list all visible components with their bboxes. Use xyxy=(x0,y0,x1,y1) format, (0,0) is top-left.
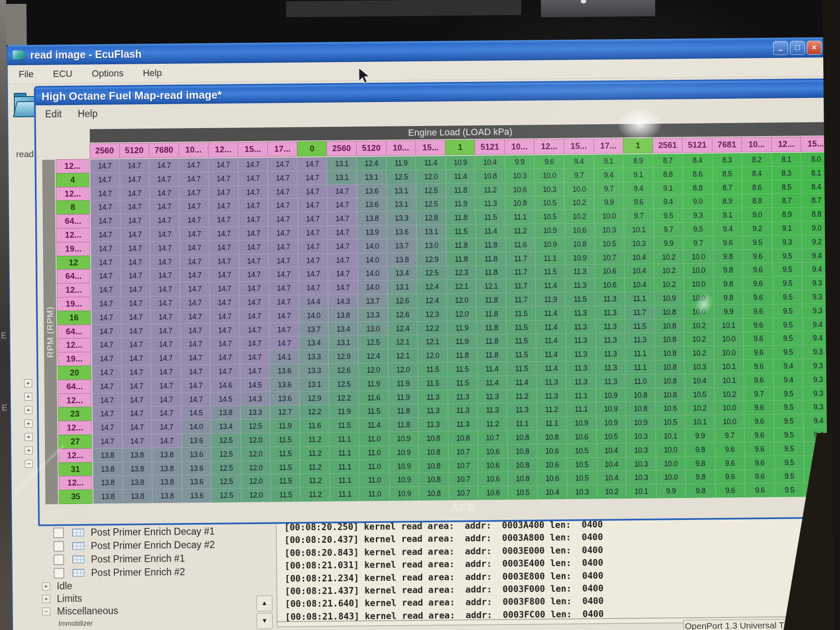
map-cell[interactable]: 10.8 xyxy=(654,305,684,319)
map-cell[interactable]: 14.7 xyxy=(90,186,120,200)
map-cell[interactable]: 11.2 xyxy=(301,488,331,501)
map-cell[interactable]: 10.8 xyxy=(537,430,567,444)
map-cell[interactable]: 12.0 xyxy=(418,349,448,363)
map-cell[interactable]: 10.7 xyxy=(449,486,479,500)
map-cell[interactable]: 8.4 xyxy=(742,167,772,181)
map-cell[interactable]: 10.3 xyxy=(626,457,656,471)
map-cell[interactable]: 14.7 xyxy=(121,228,150,242)
row-header[interactable]: 12... xyxy=(57,338,91,353)
map-cell[interactable]: 12.5 xyxy=(212,461,242,475)
map-cell[interactable]: 9.1 xyxy=(624,168,654,181)
map-cell[interactable]: 13.6 xyxy=(270,364,299,378)
map-cell[interactable]: 14.0 xyxy=(358,267,388,281)
map-cell[interactable]: 11.1 xyxy=(625,361,655,375)
map-cell[interactable]: 12.5 xyxy=(417,266,447,280)
row-header[interactable]: 23 xyxy=(58,407,92,422)
map-cell[interactable]: 14.7 xyxy=(92,297,121,311)
map-cell[interactable]: 11.6 xyxy=(359,391,389,404)
map-cell[interactable]: 12.1 xyxy=(388,335,418,349)
row-header[interactable]: 4 xyxy=(56,173,89,187)
map-cell[interactable]: 12.7 xyxy=(270,405,300,419)
map-cell[interactable]: 9.5 xyxy=(773,276,803,290)
map-cell[interactable]: 10.9 xyxy=(565,251,595,265)
map-cell[interactable]: 12.6 xyxy=(388,294,417,308)
col-header[interactable]: 1 xyxy=(623,138,653,154)
map-cell[interactable]: 11.4 xyxy=(536,320,566,334)
map-cell[interactable]: 10.0 xyxy=(714,332,744,346)
map-cell[interactable]: 12.8 xyxy=(417,211,446,225)
map-cell[interactable]: 14.7 xyxy=(299,281,328,295)
map-cell[interactable]: 10.6 xyxy=(478,445,508,459)
map-cell[interactable]: 13.8 xyxy=(93,449,123,462)
map-cell[interactable]: 14.5 xyxy=(181,406,211,420)
map-cell[interactable]: 11.5 xyxy=(359,404,389,418)
map-cell[interactable]: 11.0 xyxy=(360,446,389,459)
map-cell[interactable]: 11.9 xyxy=(536,293,566,307)
map-cell[interactable]: 9.7 xyxy=(744,387,774,401)
collapse-icon[interactable]: − xyxy=(42,607,50,615)
map-cell[interactable]: 14.7 xyxy=(239,185,268,199)
map-cell[interactable]: 10.0 xyxy=(715,401,745,415)
map-cell[interactable]: 10.8 xyxy=(565,237,595,251)
map-cell[interactable]: 12.0 xyxy=(241,433,270,447)
col-header[interactable]: 5120 xyxy=(356,141,386,156)
map-cell[interactable]: 10.5 xyxy=(685,388,715,402)
map-cell[interactable]: 11.8 xyxy=(446,183,476,197)
map-cell[interactable]: 14.7 xyxy=(92,421,122,435)
map-cell[interactable]: 8.3 xyxy=(712,153,742,167)
tree-item[interactable]: Post Primer Enrich #2 xyxy=(42,564,277,580)
map-cell[interactable]: 12.0 xyxy=(416,170,446,184)
map-cell[interactable]: 12.5 xyxy=(329,377,359,391)
map-cell[interactable]: 14.7 xyxy=(328,226,357,239)
map-cell[interactable]: 14.7 xyxy=(121,338,151,352)
map-cell[interactable]: 14.7 xyxy=(151,365,181,379)
col-header[interactable]: 10... xyxy=(178,142,209,158)
map-cell[interactable]: 11.7 xyxy=(506,279,536,293)
map-cell[interactable]: 11.1 xyxy=(567,402,596,416)
map-cell[interactable]: 10.8 xyxy=(508,444,538,458)
map-cell[interactable]: 11.2 xyxy=(506,224,536,238)
map-cell[interactable]: 14.7 xyxy=(210,255,239,268)
expand-icon[interactable]: + xyxy=(24,420,32,428)
tree-item[interactable]: Post Primer Enrich Decay #1 xyxy=(42,524,277,539)
map-cell[interactable]: 14.7 xyxy=(120,214,150,228)
map-cell[interactable]: 10.2 xyxy=(565,210,595,223)
map-cell[interactable]: 11.8 xyxy=(477,348,507,362)
map-cell[interactable]: 11.5 xyxy=(271,474,301,488)
map-cell[interactable]: 11.2 xyxy=(478,417,508,431)
map-cell[interactable]: 14.7 xyxy=(121,283,151,297)
map-cell[interactable]: 11.5 xyxy=(418,362,448,376)
map-cell[interactable]: 14.7 xyxy=(92,407,122,421)
map-cell[interactable]: 9.5 xyxy=(773,263,803,277)
map-cell[interactable]: 10.8 xyxy=(655,374,685,388)
map-cell[interactable]: 8.7 xyxy=(653,154,683,168)
map-cell[interactable]: 13.6 xyxy=(182,489,212,503)
col-header[interactable]: 15... xyxy=(415,140,446,155)
map-cell[interactable]: 8.6 xyxy=(683,167,713,181)
map-cell[interactable]: 14.7 xyxy=(239,240,269,254)
map-cell[interactable]: 11.3 xyxy=(596,361,626,375)
map-cell[interactable]: 14.7 xyxy=(91,255,121,269)
expand-icon[interactable]: + xyxy=(24,393,32,401)
map-cell[interactable]: 14.7 xyxy=(91,283,121,297)
map-cell[interactable]: 8.3 xyxy=(772,166,802,180)
checkbox[interactable] xyxy=(53,541,64,551)
map-cell[interactable]: 13.1 xyxy=(387,184,417,198)
map-cell[interactable]: 9.5 xyxy=(654,209,683,223)
map-cell[interactable]: 14.7 xyxy=(121,242,150,255)
map-cell[interactable]: 14.7 xyxy=(209,200,239,213)
map-cell[interactable]: 9.8 xyxy=(685,443,715,457)
map-cell[interactable]: 14.7 xyxy=(298,240,328,254)
row-header[interactable]: 12... xyxy=(55,159,89,174)
map-cell[interactable]: 14.7 xyxy=(328,281,358,295)
map-cell[interactable]: 13.3 xyxy=(358,308,388,322)
map-cell[interactable]: 14.7 xyxy=(210,365,240,378)
map-cell[interactable]: 11.9 xyxy=(447,335,477,349)
map-cell[interactable]: 8.8 xyxy=(683,181,713,195)
map-cell[interactable]: 14.7 xyxy=(121,310,151,324)
map-cell[interactable]: 11.4 xyxy=(476,224,506,238)
map-cell[interactable]: 11.8 xyxy=(477,293,507,307)
map-cell[interactable]: 8.5 xyxy=(772,180,802,194)
map-cell[interactable]: 14.7 xyxy=(152,434,182,448)
map-cell[interactable]: 13.8 xyxy=(123,489,153,503)
